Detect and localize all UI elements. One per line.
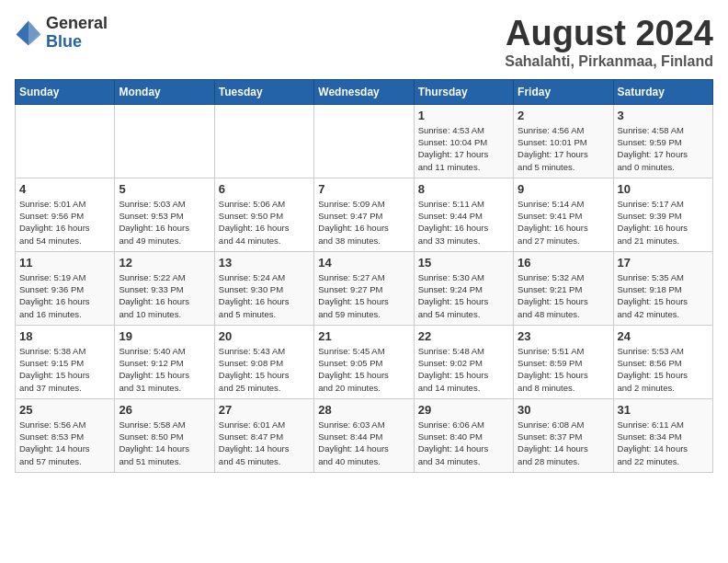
calendar-cell: 31Sunrise: 6:11 AM Sunset: 8:34 PM Dayli… [613,398,712,472]
logo-text: General Blue [46,15,108,52]
day-number: 21 [318,329,409,343]
day-number: 30 [518,403,609,417]
day-number: 3 [618,109,709,122]
header-day-tuesday: Tuesday [214,79,313,104]
day-info: Sunrise: 5:14 AM Sunset: 9:41 PM Dayligh… [518,198,609,247]
calendar-cell: 22Sunrise: 5:48 AM Sunset: 9:02 PM Dayli… [414,325,513,398]
day-number: 16 [518,256,609,270]
day-number: 13 [219,256,310,270]
day-info: Sunrise: 4:56 AM Sunset: 10:01 PM Daylig… [518,124,609,173]
week-row-4: 18Sunrise: 5:38 AM Sunset: 9:15 PM Dayli… [16,325,713,398]
calendar-cell: 15Sunrise: 5:30 AM Sunset: 9:24 PM Dayli… [414,251,513,325]
calendar-cell [115,104,214,178]
day-info: Sunrise: 5:56 AM Sunset: 8:53 PM Dayligh… [19,419,110,467]
day-number: 2 [518,109,609,122]
calendar-cell: 30Sunrise: 6:08 AM Sunset: 8:37 PM Dayli… [514,398,613,472]
calendar-cell: 17Sunrise: 5:35 AM Sunset: 9:18 PM Dayli… [613,251,712,325]
header-day-friday: Friday [514,79,613,104]
day-info: Sunrise: 5:24 AM Sunset: 9:30 PM Dayligh… [219,271,310,320]
day-number: 6 [219,182,310,196]
calendar-cell: 29Sunrise: 6:06 AM Sunset: 8:40 PM Dayli… [414,398,513,472]
calendar-cell: 20Sunrise: 5:43 AM Sunset: 9:08 PM Dayli… [214,325,313,398]
day-number: 23 [518,329,609,343]
title-block: August 2024 Sahalahti, Pirkanmaa, Finlan… [505,15,713,70]
week-row-3: 11Sunrise: 5:19 AM Sunset: 9:36 PM Dayli… [16,251,713,325]
calendar-cell: 3Sunrise: 4:58 AM Sunset: 9:59 PM Daylig… [613,104,712,178]
calendar-cell [214,104,313,178]
day-info: Sunrise: 5:01 AM Sunset: 9:56 PM Dayligh… [19,198,110,247]
calendar-cell: 13Sunrise: 5:24 AM Sunset: 9:30 PM Dayli… [214,251,313,325]
day-number: 15 [418,256,509,270]
day-info: Sunrise: 5:35 AM Sunset: 9:18 PM Dayligh… [618,271,709,320]
day-number: 31 [618,403,709,417]
header-day-sunday: Sunday [16,79,115,104]
day-info: Sunrise: 5:27 AM Sunset: 9:27 PM Dayligh… [318,271,409,320]
logo-icon [15,19,42,47]
calendar-cell: 27Sunrise: 6:01 AM Sunset: 8:47 PM Dayli… [214,398,313,472]
header-day-thursday: Thursday [414,79,513,104]
day-info: Sunrise: 6:11 AM Sunset: 8:34 PM Dayligh… [618,419,709,467]
month-title: August 2024 [505,15,713,53]
day-info: Sunrise: 5:51 AM Sunset: 8:59 PM Dayligh… [518,345,609,394]
calendar-cell: 2Sunrise: 4:56 AM Sunset: 10:01 PM Dayli… [514,104,613,178]
calendar-cell: 8Sunrise: 5:11 AM Sunset: 9:44 PM Daylig… [414,178,513,251]
calendar-cell: 12Sunrise: 5:22 AM Sunset: 9:33 PM Dayli… [115,251,214,325]
calendar-cell: 14Sunrise: 5:27 AM Sunset: 9:27 PM Dayli… [314,251,414,325]
day-info: Sunrise: 5:40 AM Sunset: 9:12 PM Dayligh… [119,345,210,394]
calendar-cell: 4Sunrise: 5:01 AM Sunset: 9:56 PM Daylig… [16,178,115,251]
day-number: 28 [318,403,409,417]
day-info: Sunrise: 5:19 AM Sunset: 9:36 PM Dayligh… [19,271,110,320]
calendar-cell: 21Sunrise: 5:45 AM Sunset: 9:05 PM Dayli… [314,325,414,398]
day-number: 8 [418,182,509,196]
day-number: 24 [618,329,709,343]
day-info: Sunrise: 5:53 AM Sunset: 8:56 PM Dayligh… [618,345,709,394]
calendar-cell: 26Sunrise: 5:58 AM Sunset: 8:50 PM Dayli… [115,398,214,472]
day-info: Sunrise: 6:08 AM Sunset: 8:37 PM Dayligh… [518,419,609,467]
calendar-cell: 6Sunrise: 5:06 AM Sunset: 9:50 PM Daylig… [214,178,313,251]
day-number: 27 [219,403,310,417]
page-header: General Blue August 2024 Sahalahti, Pirk… [15,15,713,70]
day-number: 20 [219,329,310,343]
day-number: 26 [119,403,210,417]
day-number: 1 [418,109,509,122]
day-info: Sunrise: 5:48 AM Sunset: 9:02 PM Dayligh… [418,345,509,394]
header-day-monday: Monday [115,79,214,104]
day-info: Sunrise: 5:11 AM Sunset: 9:44 PM Dayligh… [418,198,509,247]
day-info: Sunrise: 5:22 AM Sunset: 9:33 PM Dayligh… [119,271,210,320]
week-row-2: 4Sunrise: 5:01 AM Sunset: 9:56 PM Daylig… [16,178,713,251]
svg-marker-2 [17,20,29,45]
day-info: Sunrise: 5:09 AM Sunset: 9:47 PM Dayligh… [318,198,409,247]
week-row-5: 25Sunrise: 5:56 AM Sunset: 8:53 PM Dayli… [16,398,713,472]
calendar-cell: 10Sunrise: 5:17 AM Sunset: 9:39 PM Dayli… [613,178,712,251]
day-info: Sunrise: 6:06 AM Sunset: 8:40 PM Dayligh… [418,419,509,467]
week-row-1: 1Sunrise: 4:53 AM Sunset: 10:04 PM Dayli… [16,104,713,178]
day-info: Sunrise: 5:58 AM Sunset: 8:50 PM Dayligh… [119,419,210,467]
day-number: 10 [618,182,709,196]
calendar-cell: 5Sunrise: 5:03 AM Sunset: 9:53 PM Daylig… [115,178,214,251]
day-number: 12 [119,256,210,270]
calendar-cell [16,104,115,178]
calendar-cell: 16Sunrise: 5:32 AM Sunset: 9:21 PM Dayli… [514,251,613,325]
day-info: Sunrise: 5:17 AM Sunset: 9:39 PM Dayligh… [618,198,709,247]
day-info: Sunrise: 5:30 AM Sunset: 9:24 PM Dayligh… [418,271,509,320]
day-info: Sunrise: 5:03 AM Sunset: 9:53 PM Dayligh… [119,198,210,247]
calendar-table: SundayMondayTuesdayWednesdayThursdayFrid… [15,79,713,473]
day-number: 11 [19,256,110,270]
calendar-cell: 24Sunrise: 5:53 AM Sunset: 8:56 PM Dayli… [613,325,712,398]
day-number: 14 [318,256,409,270]
calendar-cell [314,104,414,178]
day-number: 22 [418,329,509,343]
day-info: Sunrise: 5:06 AM Sunset: 9:50 PM Dayligh… [219,198,310,247]
header-row: SundayMondayTuesdayWednesdayThursdayFrid… [16,79,713,104]
calendar-cell: 18Sunrise: 5:38 AM Sunset: 9:15 PM Dayli… [16,325,115,398]
day-info: Sunrise: 6:01 AM Sunset: 8:47 PM Dayligh… [219,419,310,467]
day-info: Sunrise: 5:32 AM Sunset: 9:21 PM Dayligh… [518,271,609,320]
day-number: 19 [119,329,210,343]
calendar-cell: 25Sunrise: 5:56 AM Sunset: 8:53 PM Dayli… [16,398,115,472]
calendar-cell: 7Sunrise: 5:09 AM Sunset: 9:47 PM Daylig… [314,178,414,251]
day-info: Sunrise: 5:38 AM Sunset: 9:15 PM Dayligh… [19,345,110,394]
header-day-wednesday: Wednesday [314,79,414,104]
logo-general: General [46,15,108,33]
day-number: 25 [19,403,110,417]
calendar-cell: 23Sunrise: 5:51 AM Sunset: 8:59 PM Dayli… [514,325,613,398]
